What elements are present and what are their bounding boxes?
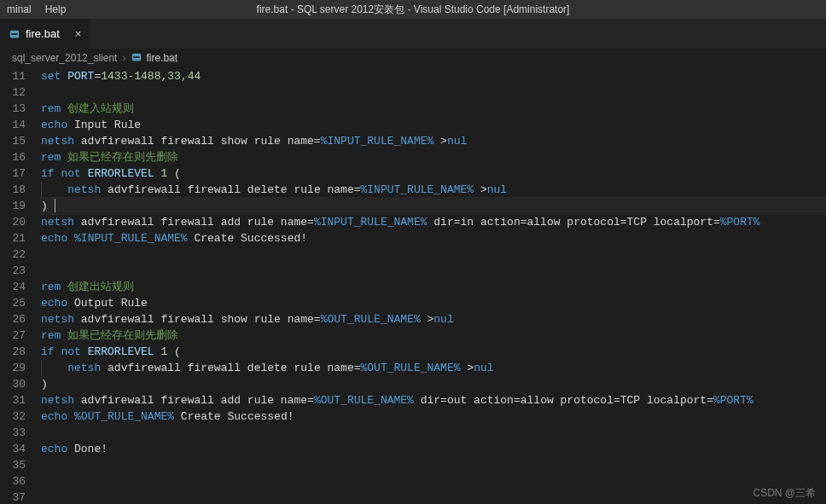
line-number: 27 [0, 327, 26, 344]
file-bat-icon [9, 28, 20, 40]
svg-rect-1 [12, 33, 18, 35]
code-line[interactable] [41, 263, 826, 279]
line-number: 24 [0, 279, 26, 295]
line-number: 31 [0, 392, 26, 408]
close-icon[interactable]: × [75, 27, 82, 40]
line-number: 13 [0, 101, 26, 117]
breadcrumb-file-label: fire.bat [146, 52, 177, 64]
code-line[interactable]: ) [41, 376, 826, 392]
code-line[interactable]: if not ERRORLEVEL 1 ( [41, 165, 826, 182]
code-line[interactable]: echo %OUT_RULE_NAME% Create Successed! [41, 408, 826, 425]
line-number: 21 [0, 230, 26, 246]
editor[interactable]: 1112131415161718192021222324252627282930… [0, 67, 826, 504]
line-number: 18 [0, 182, 26, 198]
code-line[interactable]: rem 创建入站规则 [41, 101, 826, 117]
editor-tab-fire-bat[interactable]: fire.bat × [0, 19, 90, 49]
line-number: 14 [0, 117, 26, 133]
code-line[interactable]: if not ERRORLEVEL 1 ( [41, 344, 826, 360]
code-line[interactable]: netsh advfirewall firewall add rule name… [41, 214, 826, 230]
tab-bar: fire.bat × [0, 19, 826, 49]
line-number: 22 [0, 246, 26, 263]
code-line[interactable] [41, 246, 826, 263]
line-number-gutter: 1112131415161718192021222324252627282930… [0, 67, 41, 504]
line-number: 33 [0, 425, 26, 441]
code-line[interactable]: ) [41, 198, 826, 214]
line-number: 37 [0, 490, 26, 504]
code-line[interactable]: netsh advfirewall firewall delete rule n… [41, 182, 826, 198]
menu-terminal[interactable]: minal [0, 3, 38, 15]
code-line[interactable]: echo Input Rule [41, 117, 826, 133]
code-line[interactable]: rem 如果已经存在则先删除 [41, 149, 826, 165]
code-line[interactable]: netsh advfirewall firewall show rule nam… [41, 311, 826, 327]
line-number: 35 [0, 457, 26, 473]
code-line[interactable]: rem 如果已经存在则先删除 [41, 327, 826, 344]
line-number: 25 [0, 295, 26, 311]
breadcrumb[interactable]: sql_server_2012_slient › fire.bat [0, 49, 826, 67]
code-line[interactable] [41, 457, 826, 473]
line-number: 17 [0, 165, 26, 182]
line-number: 12 [0, 84, 26, 101]
code-area[interactable]: set PORT=1433-1488,33,44rem 创建入站规则echo I… [41, 67, 826, 504]
line-number: 15 [0, 133, 26, 149]
code-line[interactable] [41, 84, 826, 101]
menubar: minal Help fire.bat - SQL server 2012安装包… [0, 0, 826, 19]
code-line[interactable] [41, 473, 826, 490]
breadcrumb-folder[interactable]: sql_server_2012_slient [12, 52, 117, 64]
breadcrumb-file[interactable]: fire.bat [131, 51, 177, 66]
line-number: 29 [0, 360, 26, 376]
line-number: 28 [0, 344, 26, 360]
line-number: 34 [0, 441, 26, 457]
code-line[interactable] [41, 490, 826, 504]
line-number: 36 [0, 473, 26, 490]
code-line[interactable]: netsh advfirewall firewall show rule nam… [41, 133, 826, 149]
menu-help[interactable]: Help [38, 3, 73, 15]
code-line[interactable] [41, 425, 826, 441]
code-line[interactable]: set PORT=1433-1488,33,44 [41, 68, 826, 84]
code-line[interactable]: rem 创建出站规则 [41, 279, 826, 295]
code-line[interactable]: netsh advfirewall firewall delete rule n… [41, 360, 826, 376]
code-line[interactable]: netsh advfirewall firewall add rule name… [41, 392, 826, 408]
code-line[interactable]: echo Done! [41, 441, 826, 457]
line-number: 11 [0, 68, 26, 84]
code-line[interactable]: echo %INPUT_RULE_NAME% Create Successed! [41, 230, 826, 246]
line-number: 19 [0, 198, 26, 214]
svg-rect-3 [134, 56, 140, 58]
watermark: CSDN @三希 [753, 486, 816, 501]
line-number: 23 [0, 263, 26, 279]
tab-label: fire.bat [26, 27, 60, 40]
code-line[interactable]: echo Output Rule [41, 295, 826, 311]
line-number: 16 [0, 149, 26, 165]
line-number: 26 [0, 311, 26, 327]
line-number: 30 [0, 376, 26, 392]
window-title: fire.bat - SQL server 2012安装包 - Visual S… [257, 3, 570, 17]
file-bat-icon [131, 51, 143, 66]
line-number: 32 [0, 408, 26, 425]
line-number: 20 [0, 214, 26, 230]
chevron-right-icon: › [122, 52, 125, 64]
text-cursor [55, 199, 55, 212]
